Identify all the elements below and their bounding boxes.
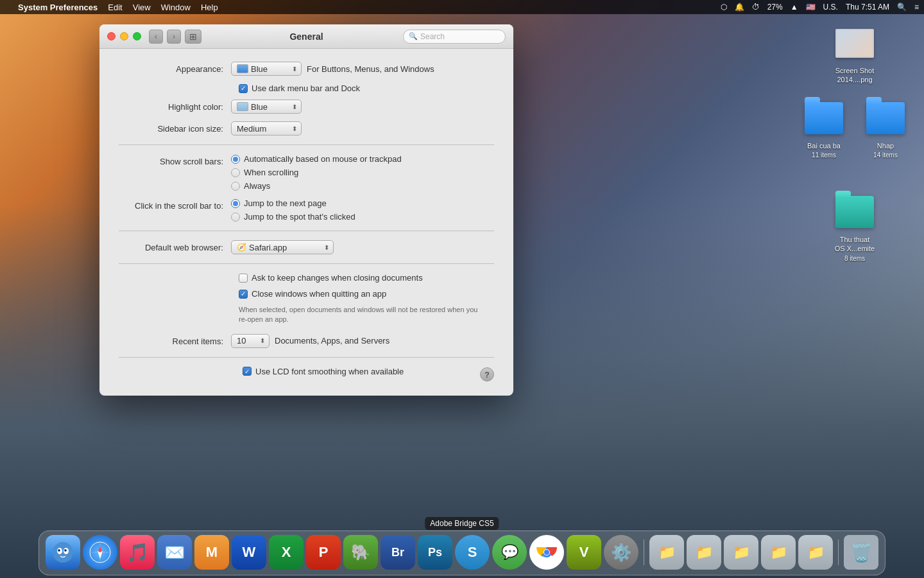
lcd-smoothing-checkbox[interactable]: ✓: [243, 367, 252, 376]
dock-evernote[interactable]: 🐘: [343, 535, 378, 570]
folder-img-baicuaba: [803, 98, 844, 139]
sidebar-icon-size-select[interactable]: Medium ⬍: [231, 121, 302, 136]
dock-messages[interactable]: 💬: [492, 535, 527, 570]
dock-separator: [644, 539, 644, 565]
wifi-icon[interactable]: ▲: [791, 3, 798, 12]
appearance-row: Appearance: Blue ⬍ For Buttons, Menus, a…: [119, 62, 494, 76]
close-windows-checkbox[interactable]: ✓: [239, 290, 248, 299]
folder-shape-nhap: [866, 102, 905, 134]
search-box[interactable]: 🔍 Search: [403, 30, 506, 44]
dock-finder[interactable]: [46, 535, 80, 570]
folder-img-nhap: [865, 98, 906, 139]
dock-skype[interactable]: S: [455, 535, 490, 570]
scroll-bars-auto-radio[interactable]: [231, 155, 240, 164]
dock-word[interactable]: W: [232, 535, 266, 570]
highlight-color-select[interactable]: Blue ⬍: [231, 100, 302, 114]
menubar-left: System Preferences Edit View Window Help: [5, 3, 218, 12]
menu-help[interactable]: Help: [201, 3, 218, 12]
scroll-bars-scrolling-radio[interactable]: [231, 168, 240, 177]
help-button[interactable]: ?: [480, 367, 494, 381]
appearance-select[interactable]: Blue ⬍: [231, 62, 302, 76]
appearance-suffix: For Buttons, Menus, and Windows: [307, 64, 434, 74]
app-name[interactable]: System Preferences: [18, 3, 98, 12]
appearance-color-swatch: [237, 64, 248, 73]
click-scroll-control: Jump to the next page Jump to the spot t…: [231, 198, 494, 222]
scroll-bars-always-row: Always: [231, 181, 402, 191]
lcd-smoothing-checkbox-row: ✓ Use LCD font smoothing when available: [119, 367, 404, 376]
dock-sysprefs[interactable]: ⚙️: [604, 535, 638, 570]
dock-mail[interactable]: ✉️: [157, 535, 192, 570]
click-scroll-spot-label: Jump to the spot that's clicked: [244, 212, 355, 222]
dock-safari[interactable]: [83, 535, 117, 570]
language-indicator: U.S.: [823, 3, 838, 12]
divider-2: [119, 231, 494, 231]
recent-items-select[interactable]: 10 ⬍: [231, 334, 270, 348]
click-scroll-next-page-radio[interactable]: [231, 199, 240, 208]
menu-window[interactable]: Window: [161, 3, 191, 12]
click-scroll-spot-radio[interactable]: [231, 213, 240, 222]
dock-apps-folder[interactable]: 📁: [649, 535, 684, 570]
notification-icon[interactable]: 🔔: [735, 3, 744, 12]
chrome-icon: [535, 540, 559, 565]
evernote-icon: 🐘: [351, 543, 370, 561]
forward-button[interactable]: ›: [167, 30, 181, 44]
menu-view[interactable]: View: [133, 3, 151, 12]
scroll-bars-scrolling-row: When scrolling: [231, 168, 402, 177]
scroll-bars-always-radio[interactable]: [231, 182, 240, 191]
dropbox-icon[interactable]: ⬡: [721, 3, 727, 12]
menubar-right: ⬡ 🔔 ⏱ 27% ▲ 🇺🇸 U.S. Thu 7:51 AM 🔍 ≡: [721, 3, 919, 12]
close-button[interactable]: [107, 32, 116, 40]
scroll-bars-auto-row: Automatically based on mouse or trackpad: [231, 154, 402, 164]
sidebar-icon-size-arrow: ⬍: [288, 125, 297, 132]
dock-folder-3[interactable]: 📁: [761, 535, 796, 570]
ask-keep-changes-checkbox[interactable]: [239, 274, 248, 283]
dock: 🎵 ✉️ M W X P 🐘 Br Ps: [38, 530, 886, 575]
dock-chrome[interactable]: [529, 535, 564, 570]
back-button[interactable]: ‹: [149, 30, 163, 44]
dock-app5[interactable]: M: [194, 535, 229, 570]
folder2-icon: 📁: [733, 544, 750, 561]
timemachine-icon[interactable]: ⏱: [752, 3, 760, 12]
scroll-bars-radio-group: Automatically based on mouse or trackpad…: [231, 154, 402, 191]
menu-extras-icon[interactable]: ≡: [914, 3, 919, 12]
scroll-bars-label: Show scroll bars:: [119, 154, 231, 166]
recent-items-control: 10 ⬍ Documents, Apps, and Servers: [231, 334, 494, 348]
dock-bridge[interactable]: Br: [381, 535, 415, 570]
dock-folder-1[interactable]: 📁: [687, 535, 721, 570]
dark-menubar-checkbox[interactable]: ✓: [239, 84, 248, 93]
minimize-button[interactable]: [120, 32, 128, 40]
folder-shape-thuthuat: [835, 196, 874, 228]
maximize-button[interactable]: [133, 32, 141, 40]
click-scroll-radio-group: Jump to the next page Jump to the spot t…: [231, 198, 355, 222]
dock-vector[interactable]: V: [567, 535, 601, 570]
window-content: Appearance: Blue ⬍ For Buttons, Menus, a…: [99, 49, 513, 396]
svg-point-0: [53, 542, 73, 563]
dock-folder-2[interactable]: 📁: [724, 535, 758, 570]
app5-icon: M: [206, 544, 218, 561]
dock-excel[interactable]: X: [269, 535, 304, 570]
desktop-icon-nhap[interactable]: Nhap14 items: [860, 98, 911, 160]
dock-photoshop[interactable]: Ps: [418, 535, 452, 570]
default-browser-control: 🧭 Safari.app ⬍: [231, 240, 494, 254]
click-scroll-spot-row: Jump to the spot that's clicked: [231, 212, 355, 222]
dock-trash[interactable]: 🗑️: [844, 535, 878, 570]
grid-view-button[interactable]: ⊞: [185, 30, 201, 44]
default-browser-select[interactable]: 🧭 Safari.app ⬍: [231, 240, 334, 254]
highlight-color-label: Highlight color:: [119, 100, 231, 112]
dock-folder-4[interactable]: 📁: [798, 535, 833, 570]
folder-shape-baicuaba: [805, 102, 843, 134]
dock-ppt[interactable]: P: [306, 535, 341, 570]
desktop-icon-thuthuat[interactable]: Thu thuatOS X...emite8 items: [829, 191, 880, 263]
window-title: General: [289, 31, 323, 42]
bridge-icon: Br: [391, 546, 404, 559]
menu-edit[interactable]: Edit: [108, 3, 122, 12]
spotlight-icon[interactable]: 🔍: [897, 3, 907, 12]
scroll-bars-row: Show scroll bars: Automatically based on…: [119, 154, 494, 191]
close-windows-row: ✓ Close windows when quitting an app: [239, 289, 494, 299]
folder4-icon: 📁: [807, 544, 825, 561]
desktop-icon-baicuaba[interactable]: Bai cua ba11 items: [798, 98, 850, 160]
dock-separator-2: [838, 539, 839, 565]
dock-music[interactable]: 🎵: [120, 535, 155, 570]
excel-icon: X: [282, 544, 291, 561]
desktop-icon-screenshot[interactable]: Screen Shot2014....png: [829, 22, 880, 85]
